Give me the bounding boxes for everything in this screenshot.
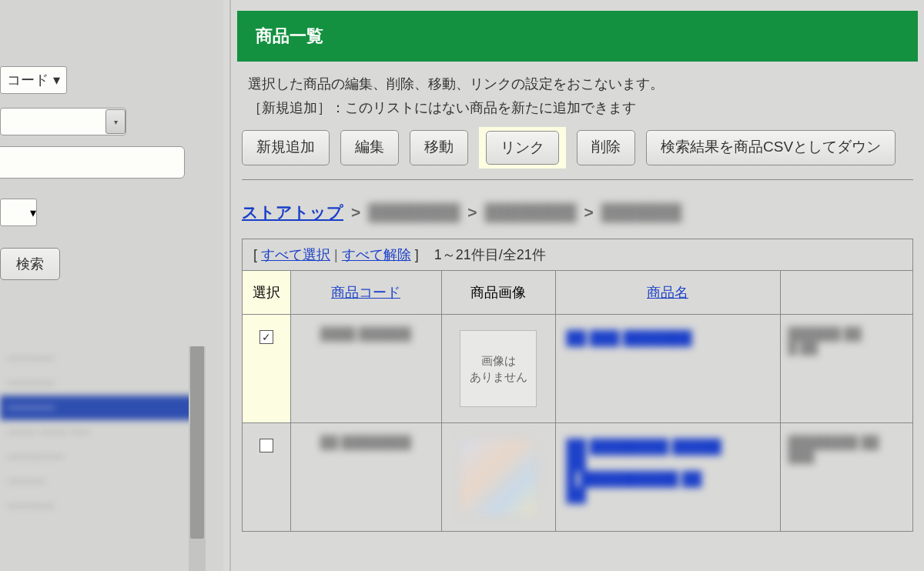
row-checkbox[interactable] (259, 439, 273, 452)
row-select-cell: ✓ (243, 315, 290, 423)
breadcrumb: ストアトップ > ████████ > ████████ > ███████ (231, 180, 924, 231)
description-line: 選択した商品の編集、削除、移動、リンクの設定をおこないます。 (248, 72, 907, 96)
row-checkbox[interactable]: ✓ (259, 330, 273, 344)
delete-button[interactable]: 削除 (577, 130, 635, 165)
page-title: 商品一覧 (237, 11, 918, 62)
table-row: ██ ████████ ██ ████████ ████████ ███████… (243, 423, 912, 532)
bracket-open: [ (253, 247, 261, 262)
row-image-cell (441, 423, 555, 532)
table-row: ✓ ████ ██████ 画像は ありません ██ ███ ███████ █… (243, 315, 912, 423)
col-name-link[interactable]: 商品名 (647, 285, 688, 300)
select-all-link[interactable]: すべて選択 (261, 247, 330, 262)
product-name-link[interactable]: ██ ███ ███████ (564, 327, 772, 349)
product-code: ██ ████████ (299, 436, 434, 449)
breadcrumb-item[interactable]: ████████ (485, 203, 577, 222)
pipe-separator: | (334, 247, 342, 262)
breadcrumb-root[interactable]: ストアトップ (242, 202, 343, 223)
col-code-link[interactable]: 商品コード (331, 285, 400, 300)
toolbar: 新規追加 編集 移動 リンク 削除 検索結果を商品CSVとしてダウン (231, 125, 924, 175)
col-select-header: 選択 (243, 271, 290, 315)
table-header-row: 選択 商品コード 商品画像 商品名 (243, 271, 912, 315)
col-extra-header (780, 271, 912, 315)
no-image-placeholder: 画像は ありません (460, 330, 537, 407)
product-table: 選択 商品コード 商品画像 商品名 ✓ ████ ██████ 画像は (243, 270, 912, 531)
sidebar-select-3[interactable]: ▾ (0, 199, 37, 226)
main-panel: 商品一覧 選択した商品の編集、削除、移動、リンクの設定をおこないます。 ［新規追… (229, 0, 924, 571)
list-item[interactable]: ───── (0, 371, 206, 396)
row-code-cell: ██ ████████ (290, 423, 441, 532)
list-item[interactable]: ───── (0, 346, 206, 371)
row-name-cell: ██ ████████ ████████ ██████████ ████ (555, 423, 780, 532)
scrollbar-thumb[interactable] (190, 346, 204, 539)
breadcrumb-item[interactable]: ████████ (368, 203, 460, 222)
breadcrumb-item: ███████ (601, 203, 681, 222)
row-select-cell (243, 423, 290, 532)
bracket-close: ] (415, 247, 419, 262)
description-line: ［新規追加］：このリストにはない商品を新たに追加できます (248, 96, 907, 120)
product-name-link[interactable]: ██ ████████ ████████ ██████████ ████ (564, 436, 772, 506)
sidebar: コード ▾ ▾ ▾ 検索 ───── ───── ───── ─── ─── ─… (0, 0, 223, 571)
checkmark-icon: ✓ (262, 332, 271, 342)
product-extra: ████████ █████ (788, 436, 906, 463)
deselect-all-link[interactable]: すべて解除 (342, 247, 411, 262)
sidebar-select-2[interactable]: ▾ (0, 108, 126, 135)
link-button-highlight: リンク (479, 127, 566, 169)
row-image-cell: 画像は ありません (441, 315, 555, 423)
list-item[interactable]: ──── (0, 469, 206, 494)
col-name-header[interactable]: 商品名 (555, 271, 780, 315)
search-button[interactable]: 検索 (0, 248, 60, 280)
product-code: ████ ██████ (299, 327, 434, 341)
sidebar-textbox-1[interactable] (0, 146, 185, 179)
chevron-down-icon: ▾ (53, 72, 60, 88)
new-button[interactable]: 新規追加 (242, 130, 330, 165)
breadcrumb-separator: > (351, 203, 360, 222)
col-code-header[interactable]: 商品コード (290, 271, 441, 315)
link-button[interactable]: リンク (486, 131, 559, 165)
product-extra: ██████ ███ ██ (788, 327, 906, 355)
row-name-cell: ██ ███ ███████ (555, 315, 780, 423)
col-image-header: 商品画像 (441, 271, 555, 315)
edit-button[interactable]: 編集 (340, 130, 399, 165)
table-top-controls: [ すべて選択 | すべて解除 ] 1～21件目/全21件 (243, 239, 912, 270)
chevron-down-icon: ▾ (105, 109, 126, 134)
row-extra-cell: ████████ █████ (780, 423, 912, 532)
list-item[interactable]: ────── (0, 445, 206, 469)
result-count: 1～21件目/全21件 (434, 247, 546, 262)
move-button[interactable]: 移動 (410, 130, 468, 165)
sidebar-list: ───── ───── ───── ─── ─── ── ────── ────… (0, 346, 206, 571)
page-title-text: 商品一覧 (256, 26, 323, 45)
row-extra-cell: ██████ ███ ██ (780, 315, 912, 423)
no-image-text: 画像は ありません (470, 352, 527, 385)
scrollbar[interactable] (189, 346, 206, 571)
row-code-cell: ████ ██████ (290, 315, 441, 423)
list-item[interactable]: ───── (0, 396, 206, 420)
breadcrumb-separator: > (467, 203, 477, 222)
page-description: 選択した商品の編集、削除、移動、リンクの設定をおこないます。 ［新規追加］：この… (231, 62, 924, 125)
search-button-label: 検索 (16, 255, 44, 273)
list-item[interactable]: ─── ─── ── (0, 420, 206, 445)
breadcrumb-separator: > (584, 203, 594, 222)
chevron-down-icon: ▾ (30, 205, 36, 220)
product-table-container: [ すべて選択 | すべて解除 ] 1～21件目/全21件 選択 商品コード 商… (242, 239, 913, 532)
sidebar-select-code-label: コード (7, 71, 49, 89)
product-image (460, 439, 537, 516)
csv-download-button[interactable]: 検索結果を商品CSVとしてダウン (646, 130, 896, 165)
sidebar-select-code[interactable]: コード ▾ (0, 66, 67, 94)
list-item[interactable]: ───── (0, 494, 206, 519)
